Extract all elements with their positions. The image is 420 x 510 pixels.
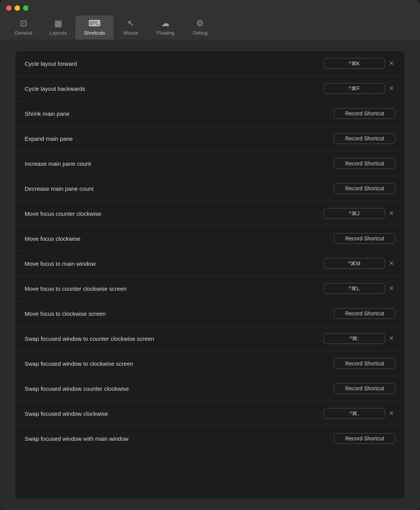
shortcut-control: Record Shortcut (334, 133, 395, 144)
tab-general-label: General (15, 30, 32, 36)
tab-floating-label: Floating (157, 30, 174, 36)
shortcut-control: ^⌘L✕ (323, 283, 395, 294)
record-shortcut-button[interactable]: Record Shortcut (334, 183, 395, 194)
shortcut-key-display[interactable]: ^⌘; (323, 333, 385, 344)
toolbar: ⊡ General ▦ Layouts ⌨ Shortcuts ↖ Mouse … (6, 15, 414, 40)
shortcut-control: ^⌘M✕ (323, 258, 395, 269)
shortcuts-list[interactable]: Cycle layout forward^⌘K✕Cycle layout bac… (15, 51, 405, 498)
clear-shortcut-button[interactable]: ✕ (387, 410, 395, 417)
shortcut-control: Record Shortcut (334, 308, 395, 319)
mouse-icon: ↖ (127, 19, 134, 28)
shortcut-label: Move focus to main window (25, 260, 95, 267)
shortcut-label: Decrease main pane count (25, 185, 93, 192)
shortcut-control: Record Shortcut (334, 233, 395, 244)
title-bar: ⊡ General ▦ Layouts ⌨ Shortcuts ↖ Mouse … (0, 0, 420, 40)
shortcut-control: Record Shortcut (334, 183, 395, 194)
shortcut-label: Increase main pane count (25, 160, 91, 167)
shortcut-label: Expand main pane (25, 135, 73, 142)
main-window: ⊡ General ▦ Layouts ⌨ Shortcuts ↖ Mouse … (0, 0, 420, 510)
shortcut-control: ^⌘K✕ (323, 58, 395, 69)
shortcut-key-display[interactable]: ^⌘L (323, 283, 385, 294)
shortcut-label: Move focus counter clockwise (25, 210, 101, 217)
shortcut-row: Swap focused window counter clockwiseRec… (15, 376, 405, 401)
record-shortcut-button[interactable]: Record Shortcut (334, 158, 395, 169)
shortcut-row: Move focus clockwiseRecord Shortcut (15, 226, 405, 251)
shortcut-label: Move focus clockwise (25, 235, 80, 242)
shortcut-row: Move focus to main window^⌘M✕ (15, 251, 405, 276)
shortcut-row: Increase main pane countRecord Shortcut (15, 151, 405, 176)
record-shortcut-button[interactable]: Record Shortcut (334, 108, 395, 119)
record-shortcut-button[interactable]: Record Shortcut (334, 308, 395, 319)
shortcut-row: Move focus counter clockwise^⌘J✕ (15, 201, 405, 226)
shortcut-key-display[interactable]: ^⌘K (323, 58, 385, 69)
tab-layouts-label: Layouts (49, 30, 67, 36)
debug-icon: ⚙ (196, 19, 204, 28)
record-shortcut-button[interactable]: Record Shortcut (334, 383, 395, 394)
shortcut-control: Record Shortcut (334, 358, 395, 369)
shortcut-control: Record Shortcut (334, 433, 395, 444)
tab-floating[interactable]: ☁ Floating (148, 15, 183, 40)
shortcut-row: Swap focused window to counter clockwise… (15, 326, 405, 351)
tab-shortcuts-label: Shortcuts (84, 30, 105, 36)
tab-debug-label: Debug (193, 30, 207, 36)
shortcut-row: Expand main paneRecord Shortcut (15, 126, 405, 151)
shortcut-row: Swap focused window clockwise^⌘,✕ (15, 401, 405, 426)
record-shortcut-button[interactable]: Record Shortcut (334, 133, 395, 144)
maximize-button[interactable] (23, 5, 28, 11)
record-shortcut-button[interactable]: Record Shortcut (334, 358, 395, 369)
shortcut-key-display[interactable]: ^⌘M (323, 258, 385, 269)
general-icon: ⊡ (20, 19, 27, 28)
shortcut-control: ^⌘J✕ (323, 208, 395, 219)
record-shortcut-button[interactable]: Record Shortcut (334, 433, 395, 444)
shortcut-row: Move focus to counter clockwise screen^⌘… (15, 276, 405, 301)
tab-mouse[interactable]: ↖ Mouse (113, 15, 148, 40)
shortcut-label: Move focus to counter clockwise screen (25, 285, 127, 292)
traffic-lights (6, 5, 414, 11)
shortcut-row: Shrink main paneRecord Shortcut (15, 101, 405, 126)
floating-icon: ☁ (161, 19, 170, 28)
clear-shortcut-button[interactable]: ✕ (387, 210, 395, 217)
shortcut-control: Record Shortcut (334, 158, 395, 169)
shortcut-control: Record Shortcut (334, 383, 395, 394)
shortcut-row: Cycle layout forward^⌘K✕ (15, 51, 405, 76)
shortcut-label: Swap focused window counter clockwise (25, 385, 129, 392)
clear-shortcut-button[interactable]: ✕ (387, 85, 395, 92)
shortcut-row: Swap focused window to clockwise screenR… (15, 351, 405, 376)
tab-general[interactable]: ⊡ General (6, 15, 41, 40)
shortcut-row: Decrease main pane countRecord Shortcut (15, 176, 405, 201)
shortcut-row: Swap focused window with main windowReco… (15, 426, 405, 451)
record-shortcut-button[interactable]: Record Shortcut (334, 233, 395, 244)
layouts-icon: ▦ (54, 19, 62, 28)
shortcut-control: ^⌘F✕ (323, 83, 395, 94)
tab-shortcuts[interactable]: ⌨ Shortcuts (75, 15, 113, 40)
shortcut-label: Swap focused window with main window (25, 435, 128, 442)
shortcut-label: Move focus to clockwise screen (25, 310, 106, 317)
shortcut-key-display[interactable]: ^⌘, (323, 408, 385, 419)
shortcut-label: Shrink main pane (25, 110, 70, 117)
tab-layouts[interactable]: ▦ Layouts (41, 15, 75, 40)
tab-mouse-label: Mouse (123, 30, 138, 36)
clear-shortcut-button[interactable]: ✕ (387, 335, 395, 342)
shortcut-label: Swap focused window clockwise (25, 410, 108, 417)
shortcut-key-display[interactable]: ^⌘F (323, 83, 385, 94)
close-button[interactable] (6, 5, 12, 11)
tab-debug[interactable]: ⚙ Debug (183, 15, 217, 40)
content-area: Cycle layout forward^⌘K✕Cycle layout bac… (0, 40, 420, 510)
clear-shortcut-button[interactable]: ✕ (387, 260, 395, 267)
shortcut-row: Move focus to clockwise screenRecord Sho… (15, 301, 405, 326)
clear-shortcut-button[interactable]: ✕ (387, 60, 395, 67)
shortcut-label: Swap focused window to clockwise screen (25, 360, 133, 367)
shortcut-control: ^⌘;✕ (323, 333, 395, 344)
shortcut-control: ^⌘,✕ (323, 408, 395, 419)
shortcut-label: Cycle layout backwards (25, 85, 85, 92)
shortcut-control: Record Shortcut (334, 108, 395, 119)
minimize-button[interactable] (15, 5, 20, 11)
shortcut-row: Cycle layout backwards^⌘F✕ (15, 76, 405, 101)
shortcut-key-display[interactable]: ^⌘J (323, 208, 385, 219)
clear-shortcut-button[interactable]: ✕ (387, 285, 395, 292)
shortcut-label: Cycle layout forward (25, 60, 77, 67)
shortcut-label: Swap focused window to counter clockwise… (25, 335, 154, 342)
shortcuts-icon: ⌨ (88, 19, 101, 28)
